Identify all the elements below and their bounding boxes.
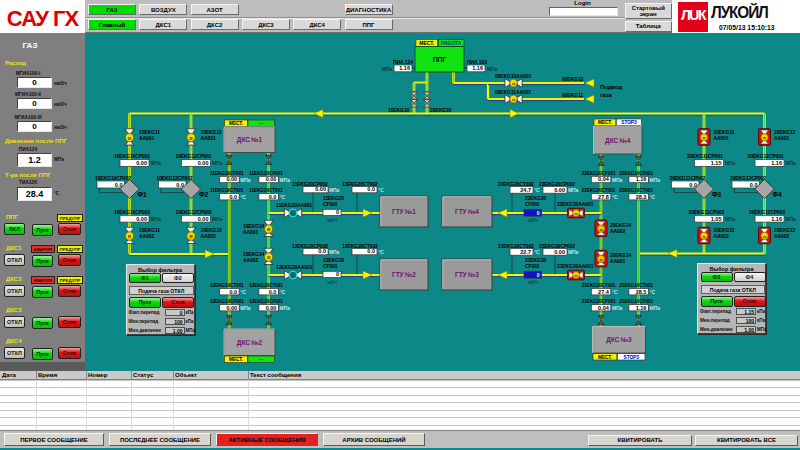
svg-text:МПа: МПа [612, 305, 623, 311]
svg-text:°С: °С [378, 187, 384, 193]
svg-text:CF001: CF001 [525, 201, 540, 207]
svg-text:0.00: 0.00 [136, 216, 147, 222]
svg-text:ПИА 103: ПИА 103 [467, 59, 487, 65]
svg-text:м: м [189, 136, 193, 141]
svg-text:ДКС №1: ДКС №1 [237, 136, 263, 144]
svg-text:°С: °С [534, 249, 540, 255]
svg-text:22EKG20AA001: 22EKG20AA001 [557, 201, 594, 207]
svg-text:20EKG12CP003: 20EKG12CP003 [749, 209, 785, 215]
svg-text:27.4: 27.4 [598, 289, 610, 295]
svg-text:AA001: AA001 [774, 135, 789, 141]
svg-text:0.00: 0.00 [266, 176, 277, 182]
svg-text:0.0: 0.0 [689, 182, 697, 188]
svg-text:м: м [702, 135, 705, 140]
svg-text:AA002: AA002 [201, 233, 216, 239]
svg-text:МПа: МПа [280, 177, 291, 183]
svg-text:20EKG11CP001: 20EKG11CP001 [687, 153, 723, 159]
svg-text:1.16: 1.16 [472, 65, 483, 71]
svg-text:0.00: 0.00 [554, 187, 565, 193]
svg-text:0.00: 0.00 [266, 305, 277, 311]
svg-text:27.8: 27.8 [598, 194, 609, 200]
svg-text:ПИА 124: ПИА 124 [393, 59, 413, 65]
svg-text:м: м [599, 227, 602, 232]
svg-text:0.00: 0.00 [315, 186, 326, 192]
svg-text:0.0: 0.0 [269, 194, 277, 200]
svg-text:°С: °С [240, 194, 246, 200]
svg-text:10EKG12CP003: 10EKG12CP003 [176, 209, 212, 215]
svg-text:Ф1: Ф1 [138, 191, 147, 198]
svg-text:МПа: МПа [151, 216, 162, 222]
svg-text:м: м [763, 234, 766, 239]
svg-text:м: м [267, 255, 271, 260]
svg-text:0.04: 0.04 [598, 305, 610, 311]
svg-text:МЕСТ.: МЕСТ. [419, 40, 435, 46]
svg-text:МПа: МПа [329, 187, 340, 193]
svg-text:м: м [575, 211, 578, 216]
svg-text:12EKG20CT001: 12EKG20CT001 [249, 283, 283, 288]
svg-text:МПа: МПа [725, 216, 736, 222]
svg-text:20EKG11CP002: 20EKG11CP002 [670, 175, 706, 181]
svg-text:м: м [702, 234, 705, 239]
svg-text:0.0: 0.0 [229, 289, 237, 295]
svg-text:м: м [189, 234, 193, 239]
svg-text:МПа: МПа [650, 177, 661, 183]
svg-text:0.04: 0.04 [598, 176, 610, 182]
svg-text:МПа: МПа [151, 160, 162, 166]
svg-text:°С: °С [650, 289, 656, 295]
svg-text:ГТУ №1: ГТУ №1 [392, 208, 416, 215]
svg-text:AA001: AA001 [201, 135, 216, 141]
svg-text:МПа: МПа [280, 305, 291, 311]
svg-text:0.00: 0.00 [226, 176, 237, 182]
svg-text:МЕСТ.: МЕСТ. [229, 121, 243, 126]
svg-text:---: --- [259, 357, 264, 362]
svg-text:0.00: 0.00 [554, 249, 565, 255]
svg-text:20EKG10: 20EKG10 [430, 107, 452, 113]
svg-text:AA002: AA002 [610, 228, 625, 234]
svg-text:м: м [267, 227, 271, 232]
svg-text:1.16: 1.16 [771, 160, 782, 166]
svg-text:CF001: CF001 [323, 201, 338, 207]
svg-text:0: 0 [336, 209, 339, 215]
svg-text:11EKG20CT001: 11EKG20CT001 [249, 188, 283, 193]
svg-text:МПа: МПа [212, 160, 223, 166]
svg-text:22EKG20CT002: 22EKG20CT002 [498, 181, 534, 187]
svg-text:0.00: 0.00 [136, 160, 147, 166]
svg-text:ДКС №4: ДКС №4 [605, 137, 631, 145]
svg-text:°С: °С [378, 249, 384, 255]
svg-text:м: м [512, 81, 515, 86]
svg-text:м3/ч: м3/ч [327, 280, 337, 285]
svg-text:МПа: МПа [568, 187, 579, 193]
svg-text:STOP3: STOP3 [624, 355, 640, 360]
svg-text:1.16: 1.16 [636, 176, 647, 182]
svg-text:1.15: 1.15 [711, 160, 722, 166]
svg-text:00EKG10AA001: 00EKG10AA001 [495, 73, 532, 79]
svg-text:Ф3: Ф3 [712, 191, 721, 198]
svg-text:Подвод: Подвод [600, 84, 622, 90]
svg-text:МПа: МПа [568, 249, 579, 255]
svg-text:МЕСТ.: МЕСТ. [598, 120, 612, 125]
svg-text:Ф2: Ф2 [199, 191, 208, 198]
svg-text:10EKG19CP002: 10EKG19CP002 [95, 175, 131, 181]
svg-text:11EKG20AA001: 11EKG20AA001 [276, 202, 312, 208]
svg-text:21EKG20CT002: 21EKG20CT002 [498, 243, 534, 249]
svg-text:м3/ч: м3/ч [327, 218, 337, 223]
svg-text:ДКС №3: ДКС №3 [606, 336, 632, 344]
svg-text:МПа: МПа [240, 177, 251, 183]
svg-text:CF001: CF001 [323, 263, 338, 269]
svg-text:1.05: 1.05 [711, 216, 722, 222]
svg-text:МПа: МПа [650, 305, 661, 311]
svg-text:20EKG11CP003: 20EKG11CP003 [689, 209, 725, 215]
svg-text:AA001: AA001 [243, 229, 258, 235]
svg-text:0.0: 0.0 [176, 182, 184, 188]
svg-text:м: м [128, 136, 132, 141]
svg-text:10EKG12CP002: 10EKG12CP002 [157, 175, 193, 181]
svg-text:м: м [575, 273, 578, 278]
svg-text:---: --- [259, 121, 264, 126]
svg-text:24.7: 24.7 [520, 187, 531, 193]
svg-text:°С: °С [612, 289, 618, 295]
svg-text:AA001: AA001 [139, 135, 154, 141]
svg-text:CF001: CF001 [525, 263, 540, 269]
svg-text:0.0: 0.0 [115, 182, 123, 188]
svg-text:МПа: МПа [329, 249, 340, 255]
svg-text:21EKG20CP002: 21EKG20CP002 [539, 243, 575, 249]
